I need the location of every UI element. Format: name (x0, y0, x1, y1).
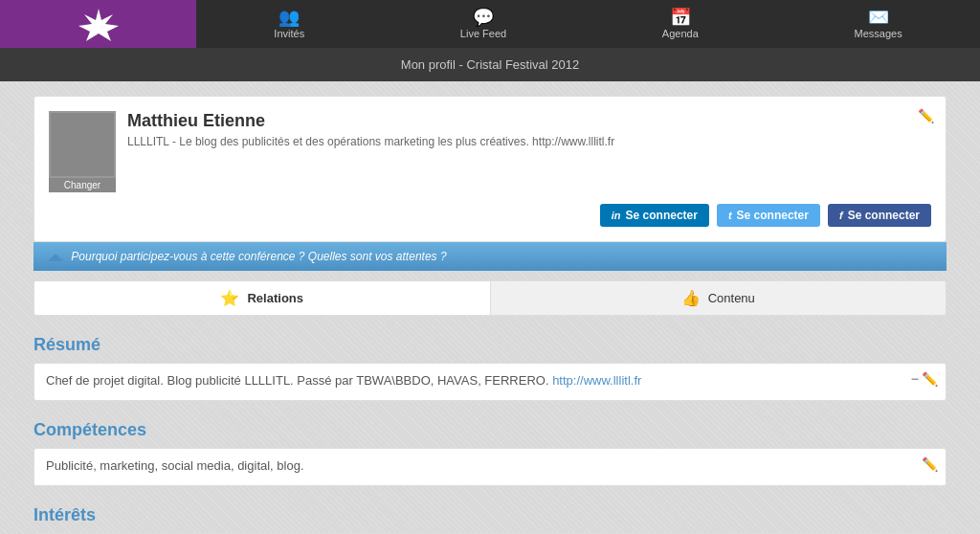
nav-agenda-label: Agenda (662, 28, 699, 39)
twitter-connect-button[interactable]: t Se connecter (717, 204, 820, 227)
conference-banner[interactable]: Pourquoi participez-vous à cette confére… (33, 242, 947, 271)
resume-edit-icon[interactable]: ✏️ (922, 371, 938, 387)
resume-title: Résumé (33, 335, 947, 355)
social-buttons: in Se connecter t Se connecter f Se conn… (49, 204, 931, 227)
resume-collapse-button[interactable]: − (911, 371, 919, 387)
messages-icon: ✉️ (868, 9, 889, 26)
avatar-change-label: Changer (64, 180, 100, 190)
tab-contenu[interactable]: 👍 Contenu (491, 281, 947, 315)
contenu-tab-icon: 👍 (681, 289, 701, 307)
competences-title: Compétences (33, 420, 947, 440)
resume-box: Chef de projet digital. Blog publicité L… (33, 363, 947, 401)
profile-name: Matthieu Etienne (127, 111, 931, 131)
linkedin-icon: in (612, 210, 621, 221)
profile-tabs: ⭐ Relations 👍 Contenu (33, 280, 947, 316)
competences-section: Compétences Publicité, marketing, social… (33, 420, 947, 486)
avatar-change-button[interactable]: Changer (49, 178, 116, 192)
agenda-icon: 📅 (670, 9, 691, 26)
nav-items: 👥 Invités 💬 Live Feed 📅 Agenda ✉️ Messag… (196, 0, 980, 48)
top-navigation: 👥 Invités 💬 Live Feed 📅 Agenda ✉️ Messag… (0, 0, 980, 48)
nav-livefeed[interactable]: 💬 Live Feed (432, 0, 535, 48)
svg-point-0 (71, 125, 94, 148)
resume-link[interactable]: http://www.lllitl.fr (552, 373, 641, 388)
main-content: Changer Matthieu Etienne LLLLITL - Le bl… (0, 81, 980, 534)
invites-icon: 👥 (278, 9, 300, 26)
nav-messages[interactable]: ✉️ Messages (826, 0, 931, 48)
logo[interactable] (0, 0, 196, 48)
competences-edit-icon[interactable]: ✏️ (922, 456, 938, 472)
profile-info: Matthieu Etienne LLLLITL - Le blog des p… (127, 111, 931, 148)
page-title-bar: Mon profil - Cristal Festival 2012 (0, 48, 980, 81)
logo-icon (75, 7, 122, 41)
avatar (49, 111, 116, 178)
competences-box: Publicité, marketing, social media, digi… (33, 448, 947, 486)
relations-tab-icon: ⭐ (220, 289, 239, 307)
conference-question: Pourquoi participez-vous à cette confére… (71, 250, 446, 263)
profile-header: Changer Matthieu Etienne LLLLITL - Le bl… (49, 111, 931, 192)
facebook-label: Se connecter (848, 209, 920, 222)
nav-invites-label: Invités (274, 28, 304, 39)
linkedin-label: Se connecter (626, 209, 698, 222)
nav-livefeed-label: Live Feed (460, 28, 506, 39)
profile-description: LLLLITL - Le blog des publicités et des … (127, 135, 931, 148)
resume-content: Chef de projet digital. Blog publicité L… (46, 373, 641, 388)
resume-section: Résumé Chef de projet digital. Blog publ… (33, 335, 947, 401)
livefeed-icon: 💬 (473, 9, 494, 26)
competences-content: Publicité, marketing, social media, digi… (46, 458, 304, 473)
nav-invites[interactable]: 👥 Invités (245, 0, 333, 48)
tab-relations[interactable]: ⭐ Relations (34, 281, 491, 315)
profile-edit-icon[interactable]: ✏️ (918, 108, 934, 123)
twitter-icon: t (728, 210, 732, 221)
contenu-tab-label: Contenu (708, 291, 755, 305)
nav-messages-label: Messages (855, 28, 902, 39)
page-title: Mon profil - Cristal Festival 2012 (401, 57, 579, 72)
profile-card: Changer Matthieu Etienne LLLLITL - Le bl… (33, 96, 947, 242)
interets-section: Intérêts Complétez ce champ afin que les… (33, 505, 947, 534)
facebook-icon: f (839, 210, 843, 221)
interets-title: Intérêts (33, 505, 947, 525)
relations-tab-label: Relations (247, 291, 303, 305)
avatar-placeholder-icon (54, 116, 111, 173)
nav-agenda[interactable]: 📅 Agenda (634, 0, 727, 48)
avatar-container: Changer (49, 111, 116, 192)
facebook-connect-button[interactable]: f Se connecter (828, 204, 931, 227)
twitter-label: Se connecter (737, 209, 809, 222)
linkedin-connect-button[interactable]: in Se connecter (600, 204, 709, 227)
